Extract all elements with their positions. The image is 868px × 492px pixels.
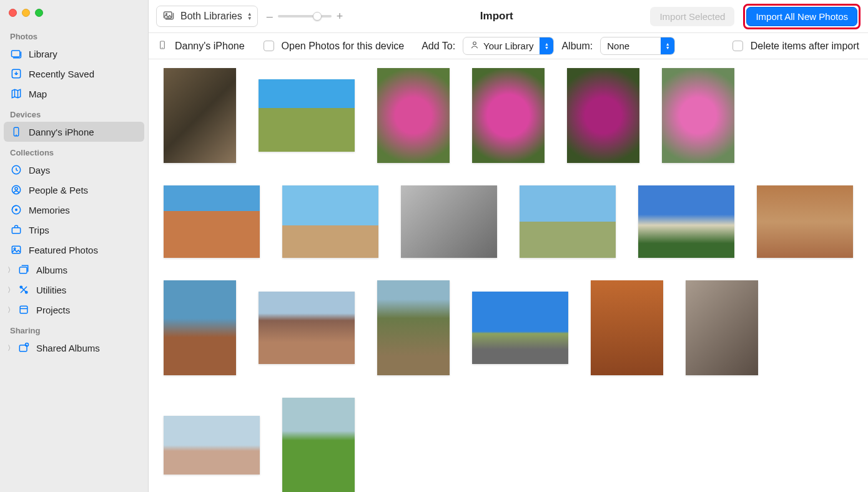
svg-point-5	[15, 187, 17, 190]
toolbar: Both Libraries ▲▼ – + Import Import Sele…	[149, 0, 868, 33]
chevron-right-icon[interactable]: 〉	[7, 265, 14, 275]
memories-icon	[10, 204, 22, 216]
shared-albums-icon	[17, 342, 30, 354]
add-to-select[interactable]: Your Library ▲▼	[463, 37, 554, 55]
svg-rect-9	[12, 246, 20, 253]
sidebar-item-map[interactable]: Map	[4, 84, 144, 104]
suitcase-icon	[10, 224, 22, 236]
delete-after-import-checkbox[interactable]	[732, 41, 743, 51]
zoom-control: – +	[267, 10, 343, 23]
highlight-annotation: Import All New Photos	[743, 4, 861, 29]
import-options-bar: Danny's iPhone Open Photos for this devi…	[149, 33, 868, 59]
sidebar-item-shared-albums[interactable]: 〉 Shared Albums	[4, 338, 144, 358]
sidebar-item-label: People & Pets	[29, 185, 88, 195]
svg-rect-8	[12, 228, 20, 234]
zoom-out-button[interactable]: –	[267, 10, 273, 23]
photo-thumbnail[interactable]	[164, 416, 260, 475]
section-header-collections: Collections	[4, 142, 144, 160]
chevron-right-icon[interactable]: 〉	[7, 285, 14, 295]
photo-thumbnail[interactable]	[282, 398, 355, 492]
photo-thumbnail[interactable]	[662, 68, 734, 163]
sidebar-item-device-iphone[interactable]: Danny's iPhone	[4, 122, 144, 142]
section-header-devices: Devices	[4, 104, 144, 122]
libraries-icon	[162, 9, 175, 24]
svg-point-7	[16, 209, 17, 211]
photo-thumbnail[interactable]	[164, 68, 236, 163]
photo-thumbnail[interactable]	[377, 68, 450, 163]
person-icon	[470, 40, 480, 52]
photo-thumbnail[interactable]	[591, 280, 663, 375]
album-value: None	[607, 41, 629, 51]
sidebar-item-label: Projects	[36, 305, 70, 315]
sidebar-item-label: Recently Saved	[29, 69, 94, 79]
add-to-value: Your Library	[483, 41, 533, 51]
fullscreen-window-button[interactable]	[35, 9, 43, 17]
page-title: Import	[352, 10, 641, 22]
sidebar-item-utilities[interactable]: 〉 Utilities	[4, 280, 144, 300]
photo-thumbnail[interactable]	[259, 79, 355, 152]
import-selected-button[interactable]: Import Selected	[650, 7, 734, 26]
close-window-button[interactable]	[9, 9, 17, 17]
photo-thumbnail[interactable]	[638, 185, 734, 258]
window-controls	[4, 5, 144, 26]
sidebar: Photos Library Recently Saved Map Device…	[0, 0, 149, 492]
library-picker-label: Both Libraries	[180, 11, 242, 22]
import-all-button[interactable]: Import All New Photos	[746, 7, 857, 26]
photo-thumbnail[interactable]	[472, 292, 568, 364]
minimize-window-button[interactable]	[22, 9, 30, 17]
photo-thumbnail[interactable]	[401, 185, 497, 258]
zoom-slider-thumb[interactable]	[313, 12, 322, 21]
photo-thumbnail[interactable]	[520, 185, 616, 258]
photo-thumbnail[interactable]	[686, 280, 758, 375]
svg-point-16	[26, 343, 29, 347]
photo-thumbnail[interactable]	[567, 68, 639, 163]
sidebar-item-library[interactable]: Library	[4, 44, 144, 64]
sidebar-item-label: Days	[29, 165, 50, 175]
sidebar-item-label: Danny's iPhone	[29, 127, 94, 137]
sidebar-item-label: Trips	[29, 225, 49, 235]
sidebar-item-featured-photos[interactable]: Featured Photos	[4, 240, 144, 260]
delete-after-import-label: Delete items after import	[751, 41, 859, 52]
photo-thumbnail[interactable]	[164, 280, 236, 375]
map-icon	[10, 87, 22, 100]
download-icon	[10, 67, 22, 80]
photo-thumbnail[interactable]	[377, 280, 450, 375]
iphone-icon	[157, 39, 167, 54]
albums-icon	[17, 263, 30, 276]
sidebar-item-projects[interactable]: 〉 Projects	[4, 300, 144, 320]
zoom-in-button[interactable]: +	[337, 10, 343, 23]
select-arrows-icon: ▲▼	[540, 37, 553, 54]
photo-icon	[10, 244, 22, 256]
tools-icon	[17, 283, 30, 296]
sidebar-item-people-pets[interactable]: People & Pets	[4, 180, 144, 200]
photo-thumbnail[interactable]	[282, 185, 378, 258]
photo-grid	[149, 59, 868, 492]
svg-rect-0	[12, 51, 20, 57]
zoom-slider[interactable]	[278, 15, 332, 17]
sidebar-item-trips[interactable]: Trips	[4, 220, 144, 240]
sidebar-item-recently-saved[interactable]: Recently Saved	[4, 64, 144, 84]
library-picker[interactable]: Both Libraries ▲▼	[156, 6, 258, 27]
section-header-sharing: Sharing	[4, 320, 144, 338]
sidebar-item-memories[interactable]: Memories	[4, 200, 144, 220]
photo-thumbnail[interactable]	[164, 185, 260, 258]
svg-point-18	[166, 14, 167, 15]
add-to-label: Add To:	[422, 41, 455, 52]
photo-thumbnail[interactable]	[757, 185, 853, 258]
clock-icon	[10, 164, 22, 176]
chevron-right-icon[interactable]: 〉	[7, 343, 14, 353]
sidebar-item-label: Library	[29, 49, 57, 59]
chevron-right-icon[interactable]: 〉	[7, 305, 14, 315]
open-photos-checkbox[interactable]	[264, 41, 274, 51]
photo-thumbnail[interactable]	[472, 68, 545, 163]
svg-rect-11	[19, 267, 27, 273]
sidebar-item-albums[interactable]: 〉 Albums	[4, 260, 144, 280]
album-select[interactable]: None ▲▼	[600, 37, 675, 55]
sidebar-item-days[interactable]: Days	[4, 160, 144, 180]
library-icon	[10, 47, 22, 60]
select-arrows-icon: ▲▼	[661, 37, 674, 54]
photo-thumbnail[interactable]	[259, 292, 355, 364]
open-photos-label: Open Photos for this device	[282, 41, 405, 52]
projects-icon	[17, 303, 30, 316]
person-circle-icon	[10, 184, 22, 196]
